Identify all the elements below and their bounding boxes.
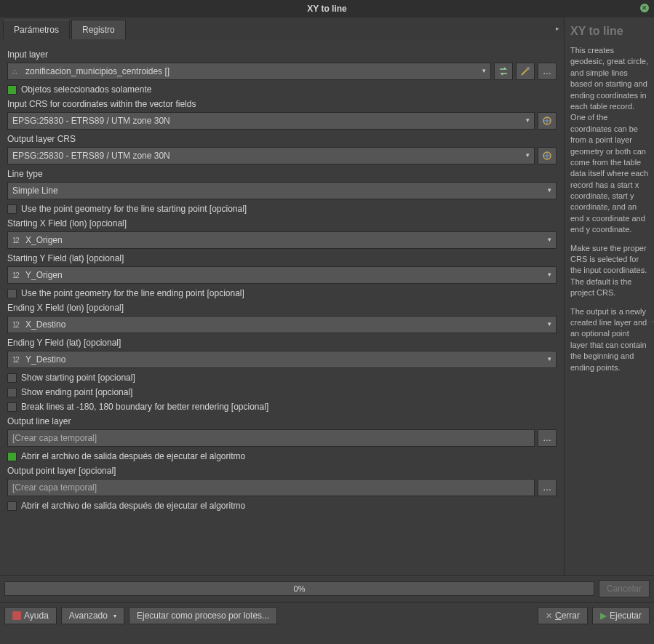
- label-break-lines: Break lines at -180, 180 boundary for be…: [21, 402, 268, 412]
- checkbox-use-start-geom[interactable]: [7, 204, 17, 214]
- close-icon[interactable]: ✕: [639, 3, 650, 13]
- form-scroll[interactable]: Input layer ∴ zonificacion_municipios_ce…: [0, 39, 564, 575]
- label-output-point: Output point layer [opcional]: [7, 466, 557, 476]
- avanzado-label: Avanzado: [69, 611, 108, 621]
- label-end-x: Ending X Field (lon) [opcional]: [7, 303, 557, 313]
- close-x-icon: ✕: [546, 611, 552, 621]
- window-title: XY to line: [307, 4, 346, 14]
- batch-button[interactable]: Ejecutar como proceso por lotes...: [129, 607, 277, 624]
- help-pane: XY to line This creates geodesic, great …: [564, 17, 654, 575]
- label-line-type: Line type: [7, 169, 557, 179]
- left-pane: Parámetros Registro ▸ Input layer ∴ zoni…: [0, 17, 564, 575]
- field-icon: 1.2: [12, 356, 23, 364]
- iterate-button[interactable]: [494, 63, 513, 80]
- svg-point-0: [527, 67, 530, 70]
- tab-parametros[interactable]: Parámetros: [3, 20, 70, 39]
- ejecutar-button[interactable]: ▶ Ejecutar: [592, 607, 650, 624]
- progress-bar: 0%: [4, 581, 594, 596]
- input-layer-select[interactable]: ∴ zonificacion_municipios_centroides [] …: [7, 63, 491, 80]
- crs-picker-button[interactable]: [538, 147, 557, 164]
- advanced-options-button[interactable]: [516, 63, 535, 80]
- end-y-select[interactable]: 1.2 Y_Destino ▾: [7, 351, 557, 368]
- checkbox-show-start[interactable]: [7, 373, 17, 383]
- chevron-down-icon: ▾: [548, 355, 551, 362]
- output-crs-select[interactable]: EPSG:25830 - ETRS89 / UTM zone 30N ▾: [7, 147, 535, 164]
- title-bar: XY to line ✕: [0, 0, 654, 17]
- point-layer-icon: ∴: [12, 68, 23, 76]
- start-y-value: Y_Origen: [25, 270, 63, 280]
- output-line-input[interactable]: [Crear capa temporal]: [7, 429, 535, 447]
- browse-output-point-button[interactable]: …: [538, 479, 557, 496]
- tab-registro[interactable]: Registro: [71, 20, 126, 39]
- bottom-bar: Ayuda Avanzado ▾ Ejecutar como proceso p…: [0, 602, 654, 629]
- ayuda-button[interactable]: Ayuda: [4, 607, 57, 624]
- label-output-line: Output line layer: [7, 416, 557, 426]
- end-x-select[interactable]: 1.2 X_Destino ▾: [7, 316, 557, 333]
- label-show-start: Show starting point [opcional]: [21, 373, 135, 383]
- label-start-x: Starting X Field (lon) [opcional]: [7, 218, 557, 228]
- input-crs-value: EPSG:25830 - ETRS89 / UTM zone 30N: [12, 116, 170, 126]
- chevron-down-icon: ▾: [548, 236, 551, 243]
- splitter-handle[interactable]: ⋮: [650, 0, 654, 644]
- crs-picker-button[interactable]: [538, 112, 557, 130]
- line-type-value: Simple Line: [12, 186, 58, 196]
- help-paragraph-2: Make sure the proper CRS is selected for…: [570, 243, 648, 299]
- chevron-down-icon: ▾: [526, 116, 530, 124]
- field-icon: 1.2: [12, 236, 23, 245]
- label-input-crs: Input CRS for coordinates within the vec…: [7, 99, 557, 109]
- help-icon: [12, 611, 21, 620]
- checkbox-selected-only[interactable]: [7, 85, 17, 95]
- tab-bar: Parámetros Registro ▸: [0, 17, 564, 39]
- label-end-y: Ending Y Field (lat) [opcional]: [7, 338, 557, 348]
- output-point-placeholder: [Crear capa temporal]: [12, 482, 97, 493]
- ejecutar-label: Ejecutar: [610, 611, 642, 621]
- chevron-down-icon: ▾: [548, 320, 551, 327]
- start-x-select[interactable]: 1.2 X_Origen ▾: [7, 231, 557, 249]
- field-icon: 1.2: [12, 271, 23, 279]
- label-output-crs: Output layer CRS: [7, 134, 557, 144]
- label-start-y: Starting Y Field (lat) [opcional]: [7, 253, 557, 263]
- checkbox-use-end-geom[interactable]: [7, 289, 17, 298]
- label-use-end-geom: Use the point geometry for the line endi…: [21, 288, 244, 298]
- help-title: XY to line: [570, 25, 648, 38]
- help-paragraph-1: This creates geodesic, great circle, and…: [570, 45, 648, 236]
- field-icon: 1.2: [12, 321, 23, 329]
- end-y-value: Y_Destino: [25, 354, 65, 365]
- output-line-placeholder: [Crear capa temporal]: [12, 433, 97, 443]
- run-icon: ▶: [600, 611, 607, 621]
- input-layer-value: zonificacion_municipios_centroides []: [25, 66, 170, 76]
- line-type-select[interactable]: Simple Line ▾: [7, 182, 557, 199]
- label-show-end: Show ending point [opcional]: [21, 387, 132, 397]
- browse-button[interactable]: …: [538, 63, 557, 80]
- collapse-icon[interactable]: ▸: [556, 25, 559, 32]
- progress-text: 0%: [294, 584, 306, 593]
- progress-row: 0% Cancelar: [0, 575, 654, 602]
- input-crs-select[interactable]: EPSG:25830 - ETRS89 / UTM zone 30N ▾: [7, 112, 535, 130]
- avanzado-button[interactable]: Avanzado ▾: [61, 607, 124, 624]
- cancelar-button[interactable]: Cancelar: [599, 580, 650, 597]
- chevron-down-icon: ▾: [482, 67, 486, 74]
- checkbox-break-lines[interactable]: [7, 402, 17, 412]
- cerrar-label: Cerrar: [555, 611, 580, 621]
- start-y-select[interactable]: 1.2 Y_Origen ▾: [7, 266, 557, 284]
- chevron-down-icon: ▾: [526, 151, 530, 159]
- ayuda-label: Ayuda: [24, 611, 49, 621]
- output-crs-value: EPSG:25830 - ETRS89 / UTM zone 30N: [12, 151, 170, 161]
- end-x-value: X_Destino: [25, 319, 65, 330]
- label-selected-only: Objetos seleccionados solamente: [21, 84, 151, 95]
- checkbox-show-end[interactable]: [7, 388, 17, 397]
- start-x-value: X_Origen: [25, 235, 63, 245]
- help-paragraph-3: The output is a newly created line layer…: [570, 306, 648, 373]
- checkbox-open-after-1[interactable]: [7, 452, 17, 461]
- chevron-down-icon: ▾: [548, 186, 551, 194]
- browse-output-line-button[interactable]: …: [538, 429, 557, 447]
- content-area: Parámetros Registro ▸ Input layer ∴ zoni…: [0, 17, 654, 575]
- chevron-down-icon: ▾: [113, 613, 116, 619]
- cerrar-button[interactable]: ✕ Cerrar: [538, 607, 588, 624]
- checkbox-open-after-2[interactable]: [7, 501, 17, 511]
- chevron-down-icon: ▾: [548, 271, 551, 278]
- label-input-layer: Input layer: [7, 49, 557, 60]
- output-point-input[interactable]: [Crear capa temporal]: [7, 479, 535, 496]
- label-use-start-geom: Use the point geometry for the line star…: [21, 204, 247, 214]
- label-open-after-2: Abrir el archivo de salida después de ej…: [21, 501, 245, 511]
